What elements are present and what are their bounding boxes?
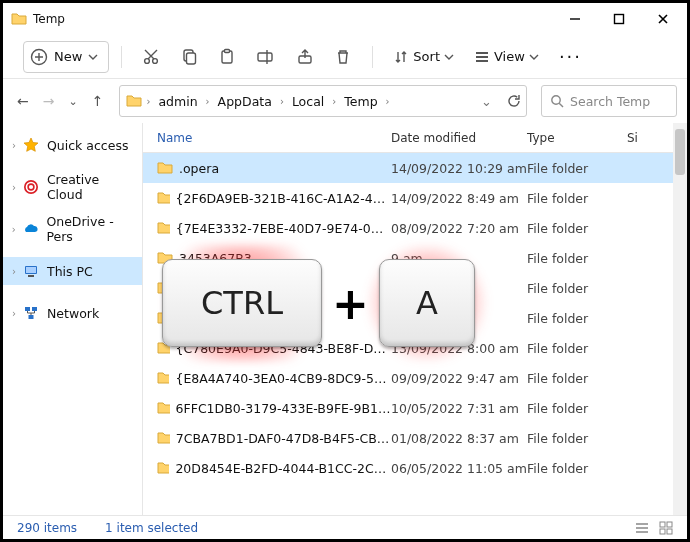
chevron-right-icon[interactable]: › [278, 96, 286, 107]
sidebar-item[interactable]: ›This PC [3, 257, 142, 285]
rename-button[interactable] [248, 41, 284, 73]
svg-rect-22 [32, 307, 37, 311]
file-row[interactable]: {7E4E3332-7EBE-40D7-9E74-0B2ADEDBF508/09… [143, 213, 687, 243]
folder-icon [11, 11, 27, 27]
sidebar-item[interactable]: ›OneDrive - Pers [3, 215, 142, 243]
share-icon [296, 48, 314, 66]
file-type: File folder [527, 161, 627, 176]
file-type: File folder [527, 461, 627, 476]
sort-button[interactable]: Sort [385, 41, 462, 73]
breadcrumb[interactable]: admin [154, 92, 201, 111]
svg-rect-26 [660, 529, 665, 534]
file-date: 14/09/2022 10:29 am [391, 161, 527, 176]
file-row[interactable]: 7CBA7BD1-DAF0-47D8-B4F5-CB8C15210...01/0… [143, 423, 687, 453]
chevron-right-icon[interactable]: › [330, 96, 338, 107]
sort-icon [393, 49, 409, 65]
address-bar[interactable]: › admin › AppData › Local › Temp › ⌄ [119, 85, 527, 117]
expand-icon[interactable]: › [9, 224, 18, 235]
expand-icon[interactable]: › [9, 140, 19, 151]
breadcrumb[interactable]: AppData [214, 92, 276, 111]
svg-point-12 [552, 96, 560, 104]
forward-button[interactable]: → [43, 93, 55, 109]
view-label: View [494, 49, 525, 64]
ellipsis-icon: ··· [559, 46, 582, 67]
file-date: 10/05/2022 7:31 am [391, 401, 527, 416]
refresh-button[interactable] [506, 93, 522, 109]
paste-button[interactable] [210, 41, 244, 73]
svg-rect-9 [258, 53, 272, 61]
svg-rect-21 [25, 307, 30, 311]
title-bar: Temp [3, 3, 687, 35]
toolbar: New Sort View ··· [3, 35, 687, 79]
file-row[interactable]: {E8A4A740-3EA0-4CB9-8DC9-5DE44084D...09/… [143, 363, 687, 393]
column-header-date[interactable]: Date modified [391, 131, 527, 145]
new-button[interactable]: New [23, 41, 109, 73]
folder-icon [157, 160, 173, 176]
file-row[interactable]: {2F6DA9EB-321B-416C-A1A2-498AD6897...14/… [143, 183, 687, 213]
sidebar-item[interactable]: ›Creative Cloud [3, 173, 142, 201]
file-name: {E8A4A740-3EA0-4CB9-8DC9-5DE44084D... [175, 371, 391, 386]
file-row[interactable]: 20D8454E-B2FD-4044-B1CC-2CF8C0E7229306/0… [143, 453, 687, 483]
chevron-down-icon [88, 52, 98, 62]
search-input[interactable]: Search Temp [541, 85, 677, 117]
column-header-row: Name Date modified Type Si [143, 123, 687, 153]
scrollbar-thumb[interactable] [675, 129, 685, 175]
minimize-button[interactable] [553, 5, 597, 33]
chevron-right-icon[interactable]: › [144, 96, 152, 107]
separator [121, 46, 122, 68]
svg-line-13 [559, 103, 563, 107]
expand-icon[interactable]: › [9, 308, 19, 319]
icons-view-button[interactable] [659, 521, 673, 535]
key-glow: A [365, 245, 489, 361]
recent-dropdown[interactable]: ⌄ [68, 95, 77, 108]
expand-icon[interactable]: › [9, 266, 19, 277]
up-button[interactable]: ↑ [92, 93, 104, 109]
view-button[interactable]: View [466, 41, 547, 73]
status-selection: 1 item selected [105, 521, 198, 535]
address-dropdown[interactable]: ⌄ [475, 94, 498, 109]
copy-button[interactable] [172, 41, 206, 73]
svg-rect-8 [225, 49, 230, 52]
chevron-right-icon[interactable]: › [384, 96, 392, 107]
details-view-button[interactable] [635, 521, 649, 535]
more-button[interactable]: ··· [551, 41, 590, 73]
breadcrumb[interactable]: Local [288, 92, 328, 111]
sidebar-icon [23, 305, 39, 321]
nav-arrows: ← → ⌄ ↑ [17, 93, 103, 109]
file-type: File folder [527, 251, 627, 266]
svg-rect-24 [660, 522, 665, 527]
expand-icon[interactable]: › [9, 182, 19, 193]
svg-rect-27 [667, 529, 672, 534]
sidebar: ›Quick access›Creative Cloud›OneDrive - … [3, 123, 143, 515]
file-date: 09/09/2022 9:47 am [391, 371, 527, 386]
file-row[interactable]: 6FFC1DB0-3179-433E-B9FE-9B122A79069410/0… [143, 393, 687, 423]
file-type: File folder [527, 371, 627, 386]
scrollbar[interactable] [673, 123, 687, 515]
svg-point-17 [29, 185, 33, 189]
close-button[interactable] [641, 5, 685, 33]
sidebar-item[interactable]: ›Network [3, 299, 142, 327]
file-type: File folder [527, 341, 627, 356]
view-icon [474, 49, 490, 65]
file-type: File folder [527, 221, 627, 236]
file-name: {7E4E3332-7EBE-40D7-9E74-0B2ADEDBF5 [176, 221, 391, 236]
column-header-name[interactable]: Name [143, 131, 391, 145]
svg-rect-25 [667, 522, 672, 527]
share-button[interactable] [288, 41, 322, 73]
separator [372, 46, 373, 68]
status-item-count: 290 items [17, 521, 77, 535]
sidebar-item[interactable]: ›Quick access [3, 131, 142, 159]
back-button[interactable]: ← [17, 93, 29, 109]
file-row[interactable]: .opera14/09/2022 10:29 amFile folder [143, 153, 687, 183]
breadcrumb[interactable]: Temp [340, 92, 381, 111]
delete-button[interactable] [326, 41, 360, 73]
cut-button[interactable] [134, 41, 168, 73]
column-header-type[interactable]: Type [527, 131, 627, 145]
chevron-right-icon[interactable]: › [204, 96, 212, 107]
file-date: 01/08/2022 8:37 am [391, 431, 527, 446]
trash-icon [334, 48, 352, 66]
maximize-button[interactable] [597, 5, 641, 33]
file-type: File folder [527, 191, 627, 206]
plus-icon: + [332, 278, 369, 329]
svg-point-3 [145, 58, 150, 63]
